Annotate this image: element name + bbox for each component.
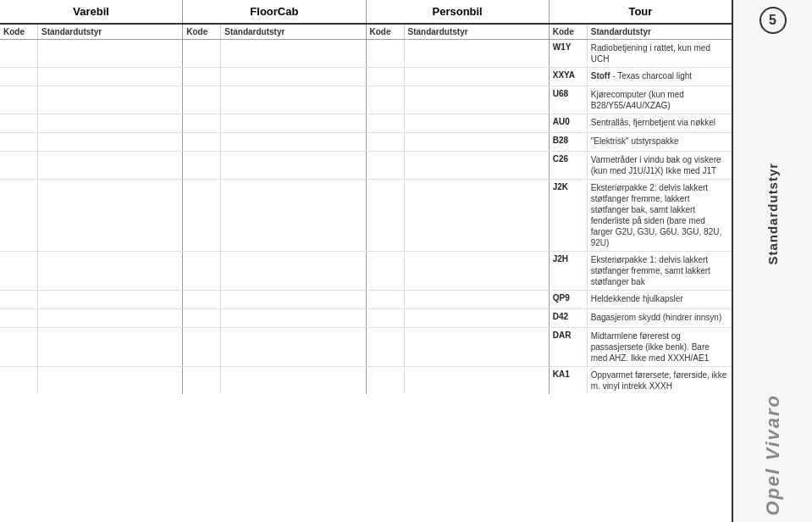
varebil-kode-cell [0,328,38,366]
floorcab-kode-cell [183,328,221,366]
table-row: DARMidtarmlene førerest og passasjersete… [0,328,732,367]
floorcab-std-cell [221,86,365,114]
personbil-std-header: Standardutstyr [405,25,549,39]
tour-kode-cell: J2H [550,252,588,290]
tour-kode-cell: DAR [550,328,588,366]
personbil-kode-cell [367,68,405,86]
floorcab-kode-header: Kode [183,25,221,39]
personbil-section [367,68,550,86]
tour-section: KA1Oppvarmet førersete, førerside, ikke … [550,367,732,394]
floorcab-kode-cell [183,86,221,114]
varebil-std-cell [38,252,182,290]
brand-text: Opel Vivaro [762,394,784,515]
varebil-section [0,180,183,251]
floorcab-kode-cell [183,252,221,290]
varebil-std-cell [38,68,182,86]
tour-std-cell: Sentrallås, fjernbetjent via nøkkel [588,114,732,132]
varebil-kode-header: Kode [0,25,38,39]
varebil-section [0,40,183,67]
personbil-kode-header: Kode [367,25,405,39]
floorcab-section [183,40,366,67]
personbil-std-cell [405,40,549,67]
varebil-section [0,152,183,179]
varebil-kode-cell [0,367,38,394]
tour-section: W1YRadiobetjening i rattet, kun med UCH [550,40,732,67]
page-number: 5 [760,7,787,34]
floorcab-section [183,180,366,251]
tour-std-cell: "Elektrisk" utstyrspakke [588,133,732,151]
personbil-std-cell [405,367,549,394]
varebil-std-cell [38,133,182,151]
personbil-section [367,40,550,67]
subheader-row: Kode Standardutstyr Kode Standardutstyr … [0,25,732,40]
varebil-std-cell [38,152,182,179]
personbil-section [367,367,550,394]
header-varebil: Varebil [0,0,183,23]
header-floorcab: FloorCab [183,0,366,23]
table-row: J2HEksteriørpakke 1: delvis lakkert støt… [0,252,732,291]
tour-std-cell: Midtarmlene førerest og passasjersete (i… [588,328,732,366]
personbil-section [367,309,550,327]
floorcab-kode-cell [183,152,221,179]
tour-kode-cell: W1Y [550,40,588,67]
tour-kode-cell: U68 [550,86,588,114]
floorcab-std-cell [221,309,365,327]
floorcab-section [183,309,366,327]
varebil-kode-cell [0,68,38,86]
personbil-std-cell [405,152,549,179]
tour-section: J2KEksteriørpakke 2: delvis lakkert støt… [550,180,732,251]
varebil-kode-cell [0,133,38,151]
table-row: XXYAStoff - Texas charcoal light [0,68,732,86]
floorcab-section [183,68,366,86]
main-content: Varebil FloorCab Personbil Tour Kode Sta… [0,0,732,522]
table-row: C26Varmetråder i vindu bak og viskere (k… [0,152,732,180]
varebil-section [0,291,183,308]
tour-kode-cell: J2K [550,180,588,251]
varebil-kode-cell [0,252,38,290]
varebil-std-header: Standardutstyr [38,25,182,39]
floorcab-section [183,328,366,366]
header-personbil: Personbil [367,0,550,23]
personbil-section [367,291,550,308]
varebil-section [0,68,183,86]
floorcab-section [183,114,366,132]
personbil-std-cell [405,68,549,86]
tour-std-cell: Oppvarmet førersete, førerside, ikke m. … [588,367,732,394]
tour-std-header: Standardutstyr [588,25,732,39]
sub-varebil: Kode Standardutstyr [0,25,183,39]
right-sidebar: 5 Standardutstyr Opel Vivaro [732,0,812,522]
header-tour: Tour [550,0,732,23]
tour-kode-cell: C26 [550,152,588,179]
tour-std-cell: Radiobetjening i rattet, kun med UCH [588,40,732,67]
floorcab-kode-cell [183,291,221,308]
floorcab-std-cell [221,328,365,366]
varebil-kode-cell [0,291,38,308]
varebil-std-cell [38,291,182,308]
tour-section: J2HEksteriørpakke 1: delvis lakkert støt… [550,252,732,290]
tour-kode-header: Kode [550,25,588,39]
varebil-kode-cell [0,40,38,67]
tour-kode-cell: QP9 [550,291,588,308]
tour-std-cell: Stoff - Texas charcoal light [588,68,732,86]
personbil-kode-cell [367,328,405,366]
tour-kode-cell: AU0 [550,114,588,132]
table-row: B28"Elektrisk" utstyrspakke [0,133,732,152]
floorcab-std-cell [221,252,365,290]
tour-std-cell: Heldekkende hjulkapsler [588,291,732,308]
varebil-kode-cell [0,114,38,132]
table-row: QP9Heldekkende hjulkapsler [0,291,732,309]
personbil-kode-cell [367,40,405,67]
floorcab-std-cell [221,133,365,151]
sidebar-label: Standardutstyr [765,34,780,394]
tour-section: U68Kjørecomputer (kun med B28/Y55/A4U/XZ… [550,86,732,114]
tour-kode-cell: B28 [550,133,588,151]
tour-std-cell: Varmetråder i vindu bak og viskere (kun … [588,152,732,179]
floorcab-section [183,367,366,394]
floorcab-kode-cell [183,68,221,86]
table-row: KA1Oppvarmet førersete, førerside, ikke … [0,367,732,394]
personbil-section [367,180,550,251]
tour-section: C26Varmetråder i vindu bak og viskere (k… [550,152,732,179]
personbil-std-cell [405,291,549,308]
personbil-std-cell [405,328,549,366]
personbil-std-cell [405,309,549,327]
